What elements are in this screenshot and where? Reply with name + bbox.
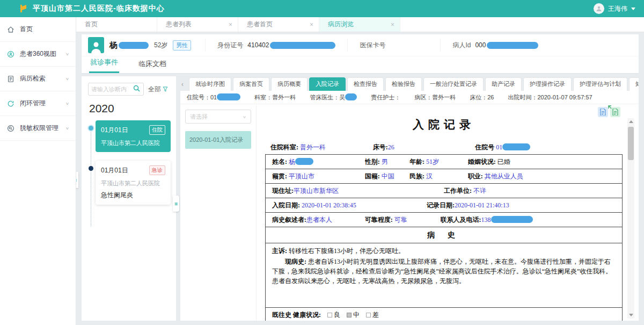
tab-label: 首页	[85, 20, 98, 29]
admission-date-label: 入院日期:	[272, 201, 300, 209]
scroll-up-icon[interactable]	[629, 120, 633, 123]
checkbox-fair[interactable]	[347, 313, 352, 317]
scrollbar-thumb[interactable]	[628, 127, 634, 160]
event-type-badge: 急诊	[149, 165, 165, 175]
close-icon[interactable]: ×	[229, 21, 232, 28]
marital-label: 婚姻状况:	[468, 158, 496, 165]
nationality-label: 国籍:	[365, 172, 380, 180]
record-tab-treatment[interactable]: 一般治疗处置记录	[423, 77, 484, 91]
patient-id-prefix: 000	[475, 41, 486, 49]
sidebar-item-home[interactable]: 首页	[0, 17, 76, 42]
document-type-dropdown[interactable]: 请选择 ∨	[185, 110, 251, 124]
redacted-patient-name	[119, 42, 149, 49]
app-title: 平顶山市第二人民医院-临床数据中心	[33, 4, 165, 13]
sex-value: 男	[382, 158, 388, 165]
employer-value: 不详	[473, 187, 486, 194]
scroll-tabs-right-icon[interactable]: ›	[635, 81, 638, 88]
history-paragraph-row: 主诉: 转移性右下腹痛13小时，伴恶心无呕吐。 现病史: 患者自诉13小时前无明…	[266, 243, 622, 308]
chevron-down-icon: ∨	[65, 52, 69, 56]
name-label: 姓名:	[272, 158, 287, 165]
sidebar-item-patient360[interactable]: 患者360视图 ∨	[0, 42, 76, 67]
visit-info-bar: 住院号：01 科室：普外一科 管床医生：吴 责任护士： 病区：普外一科 床位：2…	[180, 91, 639, 104]
record-tab-summary[interactable]: 病历概要	[271, 77, 308, 91]
record-tab-nursing-plan[interactable]: 护理评估与计划	[573, 77, 627, 91]
sidebar-item-record-search[interactable]: 病历检索 ∨	[0, 67, 76, 91]
timeline-dot	[89, 126, 93, 131]
close-icon[interactable]: ×	[391, 21, 394, 28]
sidebar-item-label: 患者360视图	[20, 49, 56, 59]
contact-phone-label: 联系人及电话:	[441, 216, 481, 223]
ward-label: 病区：	[414, 94, 432, 100]
user-name: 王海伟	[608, 4, 627, 13]
ethnicity-label: 民族:	[409, 172, 425, 180]
history-section-title: 病 史	[266, 227, 622, 243]
admission-record-document: 入院记录 住院科室: 普外一科 床号:26 住院号 01 姓名: 杨 性别: 男	[263, 117, 625, 321]
sidebar-item-label: 病历检索	[20, 74, 46, 83]
collapse-timeline-handle-right[interactable]: ≣	[173, 196, 179, 212]
record-tab-exam-report[interactable]: 检查报告	[347, 77, 384, 91]
user-menu[interactable]: 王海伟	[594, 3, 635, 14]
record-tab-lab-report[interactable]: 检验报告	[385, 77, 422, 91]
tab-record-browse[interactable]: 病历浏览 ×	[319, 17, 400, 32]
health-status-label: 健康状况:	[293, 311, 321, 319]
search-icon[interactable]	[133, 85, 140, 93]
redacted-doctor-name	[345, 93, 357, 100]
record-tab-midwifery[interactable]: 助产记录	[485, 77, 522, 91]
sidebar-item-loop-management[interactable]: 闭环管理 ∨	[0, 91, 76, 116]
visit-event-inpatient[interactable]: 01月01日 住院 平顶山市第二人民医院	[96, 120, 171, 152]
user-avatar	[594, 3, 604, 14]
doctor-prefix: 吴	[339, 94, 345, 100]
tab-clinical-documents[interactable]: 临床文档	[137, 56, 167, 73]
record-tab-admission[interactable]: 入院记录	[309, 77, 346, 91]
chevron-down-icon: ∨	[65, 102, 69, 106]
checkbox-good[interactable]	[327, 313, 332, 317]
record-tab-nursing-op[interactable]: 护理操作记录	[523, 77, 572, 91]
timeline-line	[91, 125, 91, 226]
patient-surname: 杨	[109, 40, 118, 50]
record-panel: ‹ 就诊时序图 病案首页 病历概要 入院记录 检查报告 检验报告 一般治疗处置记…	[180, 76, 639, 321]
diagnosis-search-input[interactable]	[91, 86, 133, 92]
reliability-value: 可靠	[394, 216, 407, 223]
ward-value: 普外一科	[432, 94, 456, 100]
timeline-filter[interactable]: 全部	[148, 85, 168, 94]
tab-label: 患者列表	[166, 20, 192, 29]
scroll-down-icon[interactable]	[629, 314, 633, 316]
insurance-card-label: 医保卡号	[360, 41, 385, 50]
export-word-icon[interactable]	[598, 107, 608, 117]
past-history-label: 既往史	[272, 311, 291, 319]
option-fair: 中	[353, 311, 360, 319]
export-excel-icon[interactable]	[610, 107, 620, 117]
insurance-group: 医保卡号	[347, 39, 397, 52]
patient-avatar	[88, 37, 104, 53]
tab-patient-home[interactable]: 患者首页 ×	[238, 17, 319, 32]
option-poor: 差	[372, 311, 379, 319]
name-value: 杨	[289, 158, 295, 165]
bed-no-value: 26	[388, 143, 394, 151]
close-icon[interactable]: ×	[310, 21, 313, 28]
sidebar-item-permission[interactable]: 脱敏权限管理 ∨	[0, 116, 76, 141]
id-number-label: 身份证号	[217, 41, 243, 50]
tab-visit-events[interactable]: 就诊事件	[89, 54, 119, 73]
tab-label: 患者首页	[247, 20, 273, 29]
document-scrollbar[interactable]	[627, 118, 634, 319]
visit-event-emergency[interactable]: 01月01日 急诊 平顶山市第二人民医院 急性阑尾炎	[96, 161, 171, 205]
narrator-label: 病史叙述者:	[272, 216, 306, 223]
event-hospital: 平顶山市第二人民医院	[101, 179, 165, 187]
document-list-item[interactable]: 2020-01-01入院记录	[185, 131, 251, 149]
tab-home[interactable]: 首页	[76, 17, 157, 32]
checkbox-poor[interactable]	[366, 313, 371, 317]
tab-patient-list[interactable]: 患者列表 ×	[157, 17, 238, 32]
timeline-year: 2020	[89, 102, 171, 115]
chevron-down-icon: ∨	[243, 114, 246, 119]
admission-no-label: 住院号	[475, 143, 494, 151]
visit-timeline-panel: 全部 2020 01月01日 住院 平顶山市第二人民医院 01月01日 急诊	[82, 76, 176, 321]
record-tab-case-front[interactable]: 病案首页	[233, 77, 269, 91]
timeline-dot	[89, 166, 93, 171]
event-diagnosis: 急性阑尾炎	[101, 191, 165, 200]
record-tab-timeline-chart[interactable]: 就诊时序图	[189, 77, 231, 91]
record-date-value: 2020-01-01 21:40:13	[455, 201, 509, 209]
scroll-tabs-left-icon[interactable]: ‹	[181, 81, 184, 88]
main-tab-bar: 首页 患者列表 × 患者首页 × 病历浏览 ×	[76, 17, 644, 32]
birthplace-label: 籍贯:	[272, 172, 287, 180]
table-row: 籍贯: 平顶山市 国籍: 中国 民族: 汉 职业: 其他从业人员	[266, 169, 622, 184]
